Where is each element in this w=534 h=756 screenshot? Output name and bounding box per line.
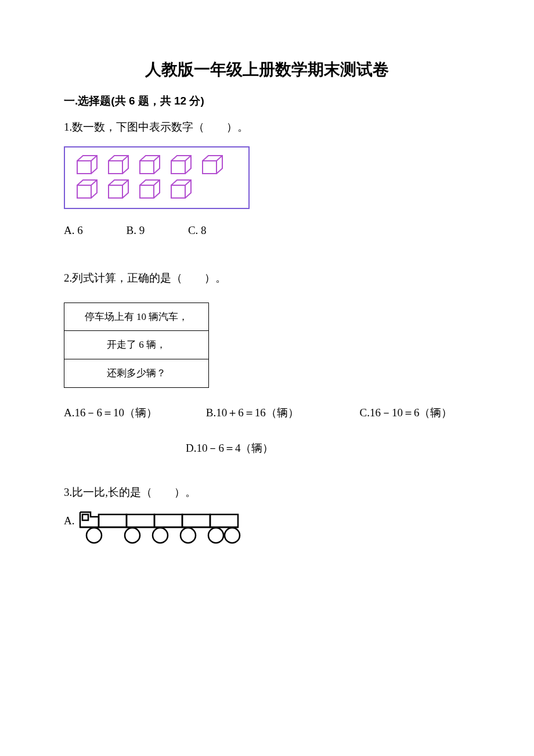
svg-point-30: [225, 528, 240, 543]
svg-line-15: [154, 180, 160, 185]
q3-stem: 3.比一比,长的是（ ）。: [64, 485, 470, 501]
svg-rect-4: [140, 161, 154, 174]
q2-options-row2: D.10－6＝4（辆）: [64, 441, 470, 456]
svg-rect-18: [82, 514, 88, 520]
svg-line-3: [122, 156, 128, 161]
page-title: 人教版一年级上册数学期末测试卷: [64, 58, 470, 81]
svg-point-28: [181, 528, 196, 543]
q2-table: 停车场上有 10 辆汽车， 开走了 6 辆， 还剩多少辆？: [64, 303, 209, 388]
q1-stem: 1.数一数，下图中表示数字（ ）。: [64, 120, 470, 135]
q2-table-r2: 开走了 6 辆，: [64, 331, 209, 359]
section-heading: 一.选择题(共 6 题，共 12 分): [64, 93, 470, 109]
svg-rect-19: [99, 514, 127, 527]
svg-rect-22: [182, 514, 210, 527]
q1-option-b[interactable]: B. 9: [126, 223, 145, 239]
svg-line-11: [91, 180, 97, 185]
q2-table-r1: 停车场上有 10 辆汽车，: [64, 303, 209, 331]
cube-icon: [107, 179, 130, 200]
q2-option-d[interactable]: D.10－6＝4（辆）: [186, 441, 273, 456]
cube-icon: [107, 154, 130, 175]
svg-line-1: [91, 156, 97, 161]
svg-line-9: [217, 156, 222, 161]
cube-icon: [138, 179, 161, 200]
svg-line-7: [185, 156, 191, 161]
svg-line-17: [185, 180, 191, 185]
q1-figure: [64, 146, 250, 209]
svg-point-26: [125, 528, 140, 543]
svg-rect-6: [171, 161, 185, 174]
q2-table-r3: 还剩多少辆？: [64, 359, 209, 388]
svg-rect-0: [77, 161, 91, 174]
svg-rect-10: [77, 185, 91, 198]
q3-option-a[interactable]: A.: [64, 511, 470, 545]
svg-point-25: [86, 528, 102, 543]
svg-rect-8: [203, 161, 217, 174]
q2-option-b[interactable]: B.10＋6＝16（辆）: [206, 405, 357, 421]
q2-stem: 2.列式计算，正确的是（ ）。: [64, 271, 470, 286]
svg-rect-23: [210, 514, 238, 527]
svg-line-5: [154, 156, 160, 161]
truck-icon: [77, 511, 251, 545]
q2-option-a[interactable]: A.16－6＝10（辆）: [64, 405, 203, 421]
svg-line-13: [122, 180, 128, 185]
q1-option-c[interactable]: C. 8: [188, 223, 207, 239]
svg-rect-16: [171, 185, 185, 198]
cube-icon: [75, 154, 99, 175]
q2-options-row1: A.16－6＝10（辆） B.10＋6＝16（辆） C.16－10＝6（辆）: [64, 405, 470, 421]
cube-icon: [138, 154, 161, 175]
svg-point-29: [208, 528, 223, 543]
q1-option-a[interactable]: A. 6: [64, 223, 83, 239]
cube-icon: [169, 179, 193, 200]
page: 人教版一年级上册数学期末测试卷 一.选择题(共 6 题，共 12 分) 1.数一…: [0, 0, 534, 756]
svg-rect-2: [109, 161, 122, 174]
cube-icon: [201, 154, 224, 175]
q1-cube-row-2: [75, 179, 238, 200]
svg-rect-20: [127, 514, 154, 527]
q1-cube-row-1: [75, 154, 238, 175]
svg-rect-21: [154, 514, 182, 527]
q3-option-a-label: A.: [64, 511, 74, 529]
svg-rect-14: [140, 185, 154, 198]
q2-option-c[interactable]: C.16－10＝6（辆）: [360, 405, 453, 421]
svg-point-27: [153, 528, 168, 543]
svg-rect-12: [109, 185, 122, 198]
cube-icon: [169, 154, 193, 175]
q1-options: A. 6 B. 9 C. 8: [64, 223, 470, 239]
cube-icon: [75, 179, 99, 200]
